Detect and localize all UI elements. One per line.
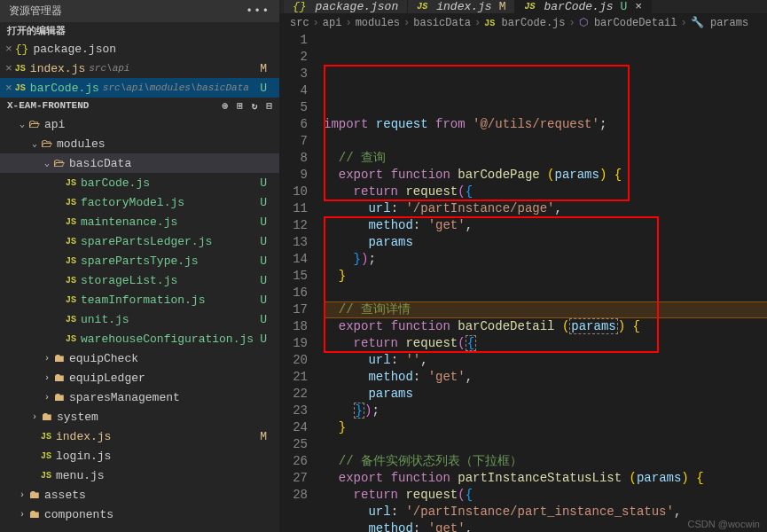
code-line[interactable]: method: 'get',: [324, 369, 767, 386]
line-number[interactable]: 13: [279, 234, 308, 251]
new-folder-icon[interactable]: ⊞: [237, 100, 243, 112]
line-number[interactable]: 10: [279, 184, 308, 200]
tree-file[interactable]: JSstorageList.jsU: [0, 270, 279, 290]
line-number[interactable]: 1: [279, 32, 308, 49]
chevron-icon[interactable]: ›: [16, 510, 28, 520]
close-icon[interactable]: ×: [5, 62, 12, 75]
chevron-icon[interactable]: ›: [16, 490, 28, 500]
chevron-icon[interactable]: ›: [28, 412, 41, 422]
project-header[interactable]: X-EAM-FRONTEND ⊕ ⊞ ↻ ⊟: [0, 98, 279, 114]
tree-folder[interactable]: ⌄🗁api: [0, 114, 279, 134]
breadcrumb-item[interactable]: ⬡ barCodeDetail: [579, 16, 677, 29]
code-line[interactable]: // 查询: [324, 150, 767, 167]
tree-folder[interactable]: ›🖿components: [0, 505, 279, 524]
tree-file[interactable]: JSunit.jsU: [0, 309, 279, 329]
tree-folder[interactable]: ⌄🗁modules: [0, 134, 279, 153]
editor-tab[interactable]: JSbarCode.jsU×: [515, 0, 652, 13]
refresh-icon[interactable]: ↻: [252, 100, 258, 112]
line-number[interactable]: 7: [279, 133, 308, 150]
code-editor[interactable]: 1234567891011121314151617181920212223242…: [279, 32, 767, 532]
chevron-icon[interactable]: ⌄: [41, 158, 53, 168]
code-line[interactable]: export function barCodeDetail (params) {: [324, 318, 767, 335]
close-icon[interactable]: ×: [635, 0, 642, 13]
tree-file[interactable]: JSfactoryModel.jsU: [0, 192, 279, 212]
line-number[interactable]: 16: [279, 285, 308, 301]
line-number[interactable]: 27: [279, 470, 308, 487]
chevron-icon[interactable]: ›: [41, 354, 53, 364]
code-line[interactable]: url: '/partInstance/page',: [324, 200, 767, 217]
code-line[interactable]: export function partInstanceStatusList (…: [324, 470, 767, 487]
tree-file[interactable]: JSindex.jsM: [0, 426, 279, 446]
breadcrumb-item[interactable]: src: [290, 17, 309, 29]
tree-file[interactable]: JSmenu.js: [0, 466, 279, 485]
editor-tab[interactable]: JSindex.jsM: [408, 0, 515, 13]
breadcrumb-item[interactable]: modules: [356, 17, 400, 29]
line-number[interactable]: 4: [279, 82, 308, 99]
tree-folder[interactable]: ›🖿equipLedger: [0, 368, 279, 387]
tree-file[interactable]: JSwarehouseConfiguration.jsU: [0, 329, 279, 348]
code-content[interactable]: import request from '@/utils/request'; /…: [324, 32, 767, 532]
chevron-icon[interactable]: ⌄: [16, 119, 28, 129]
line-number[interactable]: 25: [279, 436, 308, 453]
line-number[interactable]: 24: [279, 419, 308, 436]
open-editor-item[interactable]: ×JSbarCode.jssrc\api\modules\basicDataU: [0, 78, 279, 98]
tree-file[interactable]: JSsparePartsType.jsU: [0, 251, 279, 270]
open-editor-item[interactable]: ×JSindex.jssrc\apiM: [0, 59, 279, 78]
code-line[interactable]: [324, 285, 767, 301]
code-line[interactable]: });: [324, 403, 767, 419]
tree-folder[interactable]: ›🖿sparesManagement: [0, 387, 279, 407]
code-line[interactable]: url: '',: [324, 352, 767, 369]
code-line[interactable]: export function barCodePage (params) {: [324, 167, 767, 184]
tree-file[interactable]: JSteamInformation.jsU: [0, 290, 279, 309]
editor-tab[interactable]: {}package.json: [284, 0, 408, 13]
line-number[interactable]: 17: [279, 301, 308, 318]
line-number[interactable]: 20: [279, 352, 308, 369]
line-number[interactable]: 26: [279, 453, 308, 470]
code-line[interactable]: params: [324, 234, 767, 251]
breadcrumb-item[interactable]: JS barCode.js: [484, 17, 565, 29]
line-number[interactable]: 11: [279, 200, 308, 217]
code-line[interactable]: }: [324, 268, 767, 285]
code-line[interactable]: // 备件实例状态列表（下拉框）: [324, 453, 767, 470]
line-number[interactable]: 21: [279, 369, 308, 386]
breadcrumb-item[interactable]: 🔧 params: [691, 16, 748, 29]
line-number[interactable]: 3: [279, 66, 308, 82]
line-number[interactable]: 22: [279, 386, 308, 403]
code-line[interactable]: params: [324, 386, 767, 403]
code-line[interactable]: [324, 436, 767, 453]
breadcrumb-item[interactable]: basicData: [413, 17, 471, 29]
line-number[interactable]: 12: [279, 217, 308, 234]
code-line[interactable]: return request({: [324, 335, 767, 352]
line-number[interactable]: 9: [279, 167, 308, 184]
chevron-icon[interactable]: ⌄: [28, 138, 41, 149]
line-number[interactable]: 19: [279, 335, 308, 352]
line-number[interactable]: 18: [279, 318, 308, 335]
line-number[interactable]: 14: [279, 251, 308, 268]
line-number[interactable]: 28: [279, 487, 308, 504]
line-number[interactable]: 6: [279, 116, 308, 133]
code-line[interactable]: }: [324, 419, 767, 436]
breadcrumb-item[interactable]: api: [323, 17, 342, 29]
tree-file[interactable]: JSsparePartsLedger.jsU: [0, 231, 279, 251]
tree-folder[interactable]: ›🖿assets: [0, 485, 279, 505]
line-number[interactable]: 5: [279, 99, 308, 116]
line-number[interactable]: 2: [279, 49, 308, 66]
code-line[interactable]: [324, 133, 767, 150]
code-line[interactable]: return request({: [324, 487, 767, 504]
close-icon[interactable]: ×: [5, 82, 12, 95]
line-number[interactable]: 8: [279, 150, 308, 167]
chevron-icon[interactable]: ›: [41, 393, 53, 403]
collapse-icon[interactable]: ⊟: [266, 100, 272, 112]
line-number[interactable]: 23: [279, 403, 308, 419]
more-icon[interactable]: •••: [246, 5, 270, 18]
tree-file[interactable]: JSmaintenance.jsU: [0, 212, 279, 231]
new-file-icon[interactable]: ⊕: [223, 100, 229, 112]
code-line[interactable]: return request({: [324, 184, 767, 200]
line-number[interactable]: 15: [279, 268, 308, 285]
tree-folder[interactable]: ›🖿equipCheck: [0, 348, 279, 368]
tree-file[interactable]: JSlogin.js: [0, 446, 279, 466]
code-line[interactable]: });: [324, 251, 767, 268]
breadcrumb[interactable]: src›api›modules›basicData›JS barCode.js›…: [279, 13, 767, 32]
tree-file[interactable]: JSbarCode.jsU: [0, 173, 279, 192]
chevron-icon[interactable]: ›: [41, 373, 53, 383]
